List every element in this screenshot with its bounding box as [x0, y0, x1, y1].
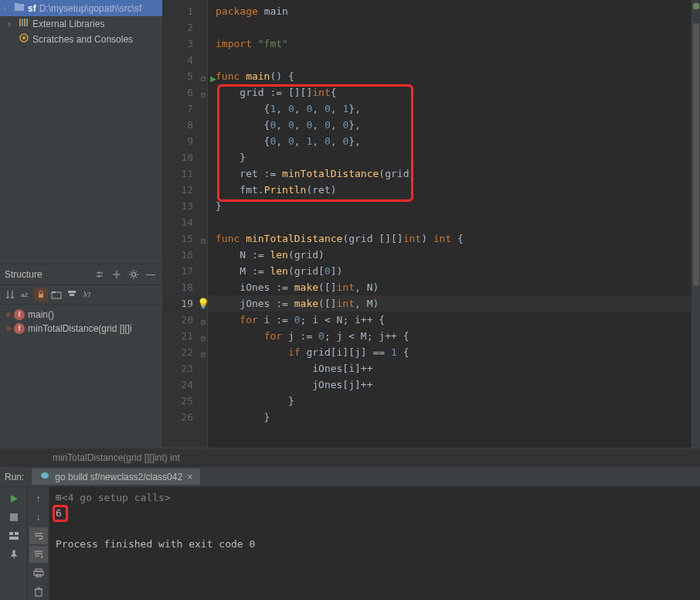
- line-number[interactable]: 24: [163, 377, 207, 393]
- structure-item[interactable]: fmain(): [2, 308, 161, 322]
- rerun-button[interactable]: [5, 490, 23, 507]
- code-line[interactable]: func main() {: [208, 68, 700, 84]
- gear-icon[interactable]: [127, 268, 141, 281]
- code-line[interactable]: iOnes[i]++: [208, 360, 700, 377]
- delete-button[interactable]: [29, 583, 48, 600]
- pin-button[interactable]: [5, 546, 23, 563]
- editor-code[interactable]: package mainimport "fmt"func main() { gr…: [208, 0, 700, 448]
- editor-gutter[interactable]: 12345▶⊟6⊟789101112131415⊟1617181920⊟21⊟2…: [163, 0, 208, 448]
- tree-item-label: Scratches and Consoles: [32, 34, 133, 45]
- left-sidebar: › sf D:\mysetup\gopath\src\sf › External…: [0, 0, 163, 448]
- console-line: 6: [56, 507, 694, 523]
- line-number[interactable]: 8: [163, 117, 207, 133]
- close-icon[interactable]: ×: [187, 472, 192, 482]
- svg-rect-19: [15, 532, 19, 535]
- scratches-item[interactable]: Scratches and Consoles: [0, 31, 162, 47]
- vertical-scrollbar[interactable]: [691, 0, 700, 448]
- code-line[interactable]: }: [208, 393, 700, 409]
- line-number[interactable]: 14: [163, 214, 207, 230]
- line-number[interactable]: 21⊟: [163, 328, 207, 344]
- stop-button[interactable]: [5, 509, 23, 526]
- code-line[interactable]: grid := [][]int{: [208, 84, 700, 101]
- hide-icon[interactable]: —: [144, 268, 158, 281]
- line-number[interactable]: 16: [163, 247, 207, 263]
- project-root-item[interactable]: › sf D:\mysetup\gopath\src\sf: [0, 0, 162, 16]
- code-line[interactable]: fmt.Println(ret): [208, 182, 700, 198]
- line-number[interactable]: 2: [163, 19, 207, 36]
- line-number[interactable]: 7: [163, 101, 207, 117]
- console-output[interactable]: ⊞<4 go setup calls>6Process finished wit…: [49, 487, 700, 600]
- svg-rect-5: [26, 19, 28, 26]
- project-tree[interactable]: › sf D:\mysetup\gopath\src\sf › External…: [0, 0, 162, 47]
- code-line[interactable]: {0, 0, 0, 0, 0},: [208, 117, 700, 133]
- lock-icon[interactable]: [34, 288, 48, 302]
- collapse-icon[interactable]: [93, 268, 107, 281]
- line-number[interactable]: 5▶⊟: [163, 68, 207, 84]
- run-controls-primary: [0, 487, 28, 600]
- filter-icon[interactable]: [65, 288, 79, 302]
- line-number[interactable]: 26: [163, 409, 207, 425]
- code-line[interactable]: iOnes := make([]int, N): [208, 279, 700, 295]
- line-number[interactable]: 17: [163, 263, 207, 279]
- code-line[interactable]: [208, 214, 700, 230]
- tree-item-label: External Libraries: [32, 19, 104, 29]
- line-number[interactable]: 25: [163, 393, 207, 409]
- line-number[interactable]: 4: [163, 52, 207, 68]
- run-tool-window: Run: go build sf/newclass2/class042 ×: [0, 466, 700, 600]
- code-line[interactable]: func minTotalDistance(grid [][]int) int …: [208, 230, 700, 247]
- code-line[interactable]: for j := 0; j < M; j++ {: [208, 328, 700, 344]
- down-button[interactable]: ↓: [29, 509, 48, 526]
- line-number[interactable]: 12: [163, 182, 207, 198]
- show-anon-icon[interactable]: λ?: [80, 288, 94, 302]
- external-libraries-item[interactable]: › External Libraries: [0, 16, 162, 31]
- code-line[interactable]: if grid[i][j] == 1 {: [208, 344, 700, 360]
- line-number[interactable]: 9: [163, 133, 207, 149]
- svg-rect-18: [9, 532, 13, 535]
- line-number[interactable]: 22⊟: [163, 344, 207, 360]
- line-number[interactable]: 13: [163, 198, 207, 214]
- code-line[interactable]: }: [208, 149, 700, 165]
- line-number[interactable]: 10: [163, 149, 207, 165]
- code-line[interactable]: N := len(grid): [208, 247, 700, 263]
- intention-bulb-icon[interactable]: 💡: [197, 295, 209, 312]
- code-line[interactable]: for i := 0; i < N; i++ {: [208, 312, 700, 328]
- sort-alpha-icon[interactable]: aZ: [19, 288, 32, 302]
- function-badge-icon: f: [14, 309, 25, 320]
- svg-rect-17: [10, 513, 18, 521]
- project-root-name: sf: [28, 3, 36, 14]
- scroll-to-end-button[interactable]: [29, 546, 48, 563]
- structure-item[interactable]: fminTotalDistance(grid [][]i: [2, 322, 161, 336]
- expand-icon[interactable]: [110, 268, 124, 281]
- code-line[interactable]: import "fmt": [208, 36, 700, 52]
- line-number[interactable]: 11: [163, 165, 207, 182]
- line-number[interactable]: 3: [163, 36, 207, 52]
- code-line[interactable]: [208, 52, 700, 68]
- code-line[interactable]: 💡 jOnes := make([]int, M): [208, 295, 700, 312]
- console-line: [56, 523, 694, 538]
- up-button[interactable]: ↑: [29, 490, 48, 507]
- line-number[interactable]: 6⊟: [163, 84, 207, 101]
- line-number[interactable]: 23: [163, 360, 207, 377]
- print-button[interactable]: [29, 564, 48, 581]
- run-tab[interactable]: go build sf/newclass2/class042 ×: [32, 469, 200, 485]
- layout-button[interactable]: [5, 527, 23, 544]
- line-number[interactable]: 15⊟: [163, 230, 207, 247]
- code-line[interactable]: jOnes[j]++: [208, 377, 700, 393]
- run-tab-label: go build sf/newclass2/class042: [55, 472, 182, 482]
- sort-icon[interactable]: [3, 288, 17, 302]
- breadcrumb[interactable]: minTotalDistance(grid [][]int) int: [0, 448, 700, 466]
- line-number[interactable]: 20⊟: [163, 312, 207, 328]
- soft-wrap-button[interactable]: [29, 527, 48, 544]
- code-line[interactable]: {0, 0, 1, 0, 0},: [208, 133, 700, 149]
- line-number[interactable]: 18: [163, 279, 207, 295]
- code-line[interactable]: }: [208, 409, 700, 425]
- code-line[interactable]: M := len(grid[0]): [208, 263, 700, 279]
- code-line[interactable]: [208, 19, 700, 36]
- run-label: Run:: [5, 472, 24, 482]
- code-line[interactable]: }: [208, 198, 700, 214]
- code-line[interactable]: package main: [208, 3, 700, 19]
- code-line[interactable]: {1, 0, 0, 0, 1},: [208, 101, 700, 117]
- line-number[interactable]: 1: [163, 3, 207, 19]
- code-line[interactable]: ret := minTotalDistance(grid): [208, 165, 700, 182]
- folder-toggle-icon[interactable]: [49, 288, 63, 302]
